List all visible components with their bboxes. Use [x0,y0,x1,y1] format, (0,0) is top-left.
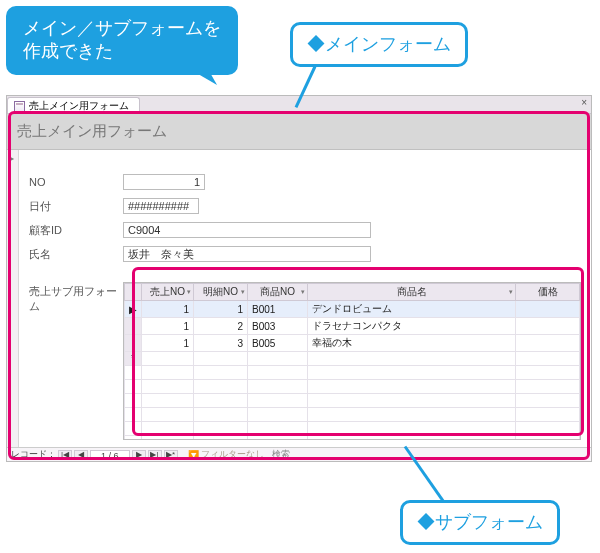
col-product-name-label: 商品名 [397,286,427,297]
form-body: NO 日付 顧客ID 氏名 売上サブ用フォーム 売上NO▾ [7,150,591,447]
cell[interactable] [516,352,580,366]
col-product-no[interactable]: 商品NO▾ [248,284,308,301]
filter-icon[interactable]: 🔽 [188,450,199,460]
callout-created-text: メイン／サブフォームを 作成できた [23,18,221,61]
field-date: 日付 [29,196,581,216]
cell[interactable]: 3 [194,335,248,352]
nav-first-button[interactable]: |◀ [58,450,72,460]
input-customer[interactable] [123,222,371,238]
nav-last-button[interactable]: ▶| [148,450,162,460]
cell[interactable]: 幸福の木 [308,335,516,352]
cell[interactable]: 1 [142,318,194,335]
cell[interactable]: 2 [194,318,248,335]
callout-mainform-text: ◆メインフォーム [307,34,451,54]
nav-search-label[interactable]: 検索 [272,448,290,461]
callout-subform-text: ◆サブフォーム [417,512,543,532]
cell[interactable]: B003 [248,318,308,335]
close-icon[interactable]: × [581,97,587,108]
nav-prev-button[interactable]: ◀ [74,450,88,460]
table-row[interactable]: ▶ 1 1 B001 デンドロビューム [125,301,580,318]
nav-new-button[interactable]: ▶* [164,450,178,460]
cell[interactable]: B005 [248,335,308,352]
field-no: NO [29,172,581,192]
cell[interactable] [308,352,516,366]
row-selector-icon[interactable]: ▶ [125,301,142,318]
col-sales-no-label: 売上NO [150,286,185,297]
col-sales-no[interactable]: 売上NO▾ [142,284,194,301]
nav-label: レコード： [11,448,56,461]
cell[interactable] [194,352,248,366]
cell[interactable]: 1 [142,301,194,318]
datasheet: 売上NO▾ 明細NO▾ 商品NO▾ 商品名▾ 価格 ▶ 1 1 B001 [124,283,580,440]
cell[interactable] [516,318,580,335]
record-navigator: レコード： |◀ ◀ 1 / 6 ▶ ▶| ▶* 🔽 フィルターなし 検索 [7,447,591,461]
callout-mainform: ◆メインフォーム [290,22,468,67]
form-header: 売上メイン用フォーム [7,114,591,150]
nav-filter-label: フィルターなし [201,448,264,461]
label-name: 氏名 [29,247,123,262]
subform-label: 売上サブ用フォーム [29,282,123,440]
field-customer: 顧客ID [29,220,581,240]
col-product-no-label: 商品NO [260,286,295,297]
form-tab-label: 売上メイン用フォーム [29,99,129,113]
cell[interactable] [516,301,580,318]
cell[interactable]: 1 [142,335,194,352]
field-name: 氏名 [29,244,581,264]
col-price-label: 価格 [538,286,558,297]
callout-subform: ◆サブフォーム [400,500,560,545]
col-detail-no[interactable]: 明細NO▾ [194,284,248,301]
input-date[interactable] [123,198,199,214]
cell[interactable]: 1 [194,301,248,318]
access-window: 売上メイン用フォーム × 売上メイン用フォーム NO 日付 顧客ID 氏名 売上… [6,95,592,462]
label-customer: 顧客ID [29,223,123,238]
table-row[interactable]: 1 3 B005 幸福の木 [125,335,580,352]
form-title: 売上メイン用フォーム [17,122,167,139]
form-tab[interactable]: 売上メイン用フォーム [7,97,140,113]
input-name[interactable] [123,246,371,262]
chevron-down-icon[interactable]: ▾ [301,288,305,296]
chevron-down-icon[interactable]: ▾ [241,288,245,296]
form-icon [14,101,25,112]
cell[interactable] [142,352,194,366]
row-selector-icon[interactable] [125,318,142,335]
chevron-down-icon[interactable]: ▾ [509,288,513,296]
record-selector[interactable] [7,150,19,447]
cell[interactable]: デンドロビューム [308,301,516,318]
label-no: NO [29,176,123,188]
new-row-icon[interactable] [125,352,142,366]
row-selector-icon[interactable] [125,335,142,352]
nav-counter[interactable]: 1 / 6 [90,450,130,460]
cell[interactable]: ドラセナコンパクタ [308,318,516,335]
label-date: 日付 [29,199,123,214]
col-product-name[interactable]: 商品名▾ [308,284,516,301]
callout-created: メイン／サブフォームを 作成できた [6,6,238,75]
chevron-down-icon[interactable]: ▾ [187,288,191,296]
col-price[interactable]: 価格 [516,284,580,301]
col-rowselector[interactable] [125,284,142,301]
nav-next-button[interactable]: ▶ [132,450,146,460]
cell[interactable]: B001 [248,301,308,318]
subform[interactable]: 売上NO▾ 明細NO▾ 商品NO▾ 商品名▾ 価格 ▶ 1 1 B001 [123,282,581,440]
table-row[interactable]: 1 2 B003 ドラセナコンパクタ [125,318,580,335]
subform-area: 売上サブ用フォーム 売上NO▾ 明細NO▾ 商品NO▾ 商品名▾ 価格 [29,282,581,440]
cell[interactable] [516,335,580,352]
table-row-new[interactable] [125,352,580,366]
col-detail-no-label: 明細NO [203,286,238,297]
cell[interactable] [248,352,308,366]
input-no[interactable] [123,174,205,190]
